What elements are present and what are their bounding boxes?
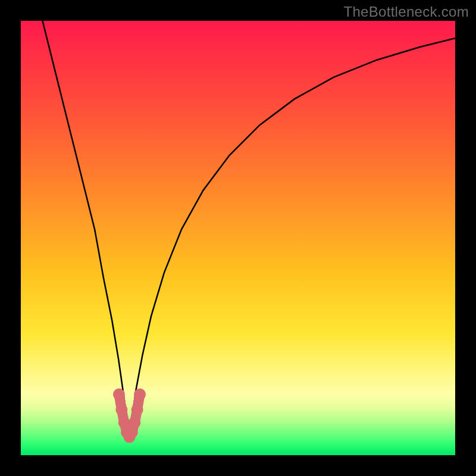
plot-background: [21, 21, 455, 455]
chart-container: TheBottleneck.com: [0, 0, 476, 476]
watermark-text: TheBottleneck.com: [343, 4, 469, 20]
svg-point-1: [115, 403, 127, 415]
svg-point-8: [134, 389, 146, 400]
svg-point-6: [129, 416, 140, 428]
svg-point-0: [113, 389, 125, 400]
svg-point-7: [131, 403, 143, 415]
bottleneck-chart: [0, 0, 476, 476]
